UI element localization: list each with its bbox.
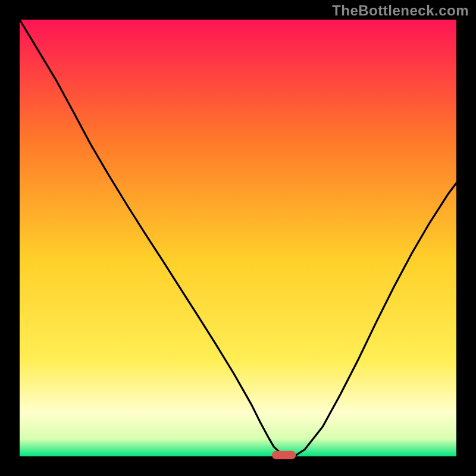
gradient-background [20,20,456,456]
watermark-text: TheBottleneck.com [332,2,469,19]
chart-frame: { "watermark": "TheBottleneck.com", "col… [0,0,476,476]
bottleneck-chart [0,0,476,476]
optimal-marker [272,451,296,459]
